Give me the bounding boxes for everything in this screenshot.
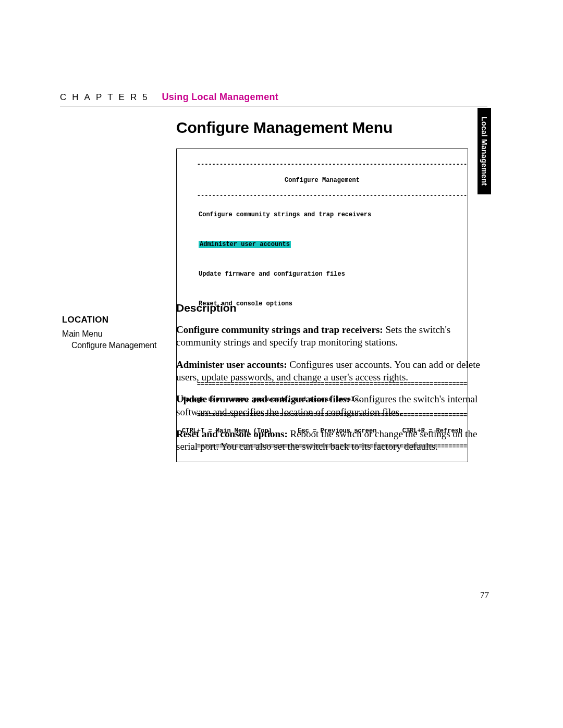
chapter-title: Using Local Management xyxy=(162,92,278,102)
chapter-number: 5 xyxy=(142,92,147,102)
side-tab-label: Local Management xyxy=(480,117,488,186)
description-term: Administer user accounts: xyxy=(176,359,287,370)
description-block: Description Configure community strings … xyxy=(176,302,488,463)
location-block: LOCATION Main Menu Configure Management xyxy=(62,315,161,350)
side-tab-local-management: Local Management xyxy=(478,108,491,194)
description-term: Reset and console options: xyxy=(176,428,288,439)
terminal-menu-item-selected: Administer user accounts xyxy=(199,241,462,249)
terminal-menu-item: Update firmware and configuration files xyxy=(182,270,462,278)
page-header: CHAPTER5 Using Local Management xyxy=(60,92,487,106)
chapter-label: CHAPTER xyxy=(60,92,142,102)
terminal-divider: ----------------------------------------… xyxy=(197,161,468,168)
page-title: Configure Management Menu xyxy=(176,119,393,137)
header-rule xyxy=(60,106,487,106)
page-number: 77 xyxy=(480,590,489,600)
terminal-menu-item: Configure community strings and trap rec… xyxy=(182,211,462,219)
description-paragraph: Update firmware and configuration files:… xyxy=(176,393,488,418)
description-term: Configure community strings and trap rec… xyxy=(176,324,383,335)
description-term: Update firmware and configuration files: xyxy=(176,393,350,404)
terminal-title: Configure Management xyxy=(182,177,462,184)
location-path-level-2: Configure Management xyxy=(71,341,161,350)
document-page: CHAPTER5 Using Local Management Local Ma… xyxy=(0,0,563,728)
description-paragraph: Reset and console options: Reboot the sw… xyxy=(176,428,488,453)
terminal-divider: ----------------------------------------… xyxy=(197,192,468,200)
description-heading: Description xyxy=(176,302,488,314)
chapter-line: CHAPTER5 Using Local Management xyxy=(60,92,487,103)
description-paragraph: Configure community strings and trap rec… xyxy=(176,324,488,349)
description-paragraph: Administer user accounts: Configures use… xyxy=(176,359,488,384)
location-path-level-1: Main Menu xyxy=(62,329,161,339)
terminal-menu-item-selected-label: Administer user accounts xyxy=(199,241,291,248)
location-heading: LOCATION xyxy=(62,315,161,325)
